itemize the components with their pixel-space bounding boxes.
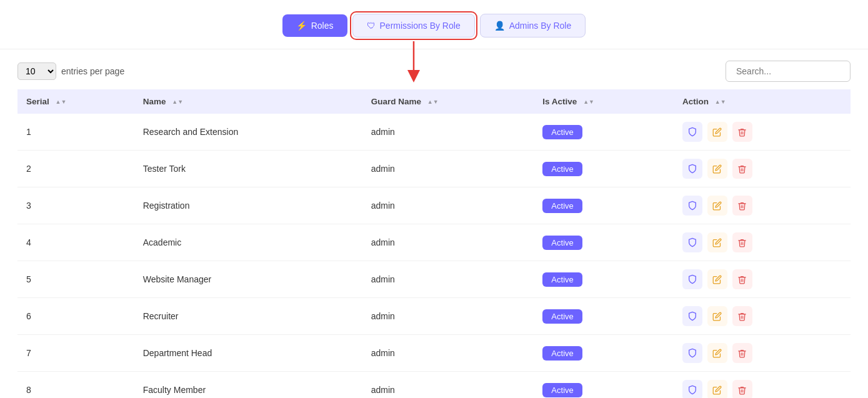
sort-arrows-serial[interactable]: ▲▼ [56,99,67,105]
permissions-icon: 🛡 [367,21,376,31]
table-row: 8 Faculty Member admin Active [17,372,851,399]
col-guard-name: Guard Name ▲▼ [362,89,534,114]
edit-icon [712,349,722,358]
edit-button-4[interactable] [707,269,727,289]
col-serial: Serial ▲▼ [17,89,134,114]
tab-permissions-by-role[interactable]: 🛡 Permissions By Role [352,14,475,37]
delete-icon [737,349,747,358]
cell-guard-2: admin [362,187,534,224]
cell-serial-7: 8 [17,372,134,399]
tab-roles[interactable]: ⚡ Roles [282,14,347,37]
cell-name-2: Registration [134,187,362,224]
sort-arrows-guard[interactable]: ▲▼ [427,99,439,105]
delete-button-5[interactable] [732,306,752,326]
cell-serial-1: 2 [17,151,134,187]
delete-button-2[interactable] [732,196,752,216]
cell-action-2 [674,187,851,224]
delete-icon [737,127,747,137]
action-buttons-7 [682,380,842,398]
cell-name-6: Department Head [134,335,362,372]
delete-icon [737,164,747,174]
status-badge: Active [542,309,582,324]
status-badge: Active [542,272,582,287]
cell-active-4: Active [534,261,674,298]
status-badge: Active [542,383,582,397]
cell-name-3: Academic [134,224,362,261]
col-action: Action ▲▼ [674,89,851,114]
status-badge: Active [542,125,582,139]
table-row: 4 Academic admin Active [17,224,851,261]
action-buttons-1 [682,159,842,179]
cell-name-5: Recruiter [134,298,362,335]
edit-button-3[interactable] [707,232,727,252]
shield-button-1[interactable] [682,159,702,179]
shield-button-3[interactable] [682,232,702,252]
cell-action-5 [674,298,851,335]
edit-icon [712,275,722,284]
action-buttons-0 [682,122,842,142]
delete-icon [737,386,747,395]
shield-button-0[interactable] [682,122,702,142]
table-row: 2 Tester Tork admin Active [17,151,851,187]
shield-button-7[interactable] [682,380,702,398]
permissions-highlight-box: 🛡 Permissions By Role [350,11,477,40]
edit-icon [712,164,722,174]
delete-icon [737,312,747,321]
edit-button-1[interactable] [707,159,727,179]
delete-button-6[interactable] [732,343,752,363]
shield-icon [687,237,697,247]
shield-icon [687,348,697,358]
cell-name-7: Faculty Member [134,372,362,399]
col-name: Name ▲▼ [134,89,362,114]
edit-button-0[interactable] [707,122,727,142]
cell-serial-3: 4 [17,224,134,261]
shield-button-5[interactable] [682,306,702,326]
sort-arrows-action[interactable]: ▲▼ [715,99,726,105]
delete-button-1[interactable] [732,159,752,179]
shield-icon [687,164,697,174]
cell-serial-0: 1 [17,114,134,151]
shield-button-4[interactable] [682,269,702,289]
status-badge: Active [542,199,582,213]
edit-button-6[interactable] [707,343,727,363]
status-badge: Active [542,236,582,250]
cell-name-4: Website Manager [134,261,362,298]
action-buttons-6 [682,343,842,363]
shield-icon [687,385,697,395]
cell-action-7 [674,372,851,399]
cell-guard-0: admin [362,114,534,151]
delete-icon [737,238,747,247]
shield-button-2[interactable] [682,196,702,216]
tab-permissions-label: Permissions By Role [380,21,461,31]
edit-button-5[interactable] [707,306,727,326]
status-badge: Active [542,162,582,176]
edit-button-2[interactable] [707,196,727,216]
delete-button-4[interactable] [732,269,752,289]
sort-arrows-active[interactable]: ▲▼ [583,99,594,105]
edit-icon [712,127,722,137]
sort-arrows-name[interactable]: ▲▼ [172,99,183,105]
action-buttons-4 [682,269,842,289]
shield-button-6[interactable] [682,343,702,363]
cell-serial-6: 7 [17,335,134,372]
delete-button-7[interactable] [732,380,752,398]
delete-button-0[interactable] [732,122,752,142]
tab-admins-label: Admins By Role [509,21,572,31]
tab-admins-by-role[interactable]: 👤 Admins By Role [480,14,586,37]
col-is-active: Is Active ▲▼ [534,89,674,114]
table-row: 1 Research and Extension admin Active [17,114,851,151]
shield-icon [687,311,697,321]
search-input[interactable] [726,61,851,82]
delete-button-3[interactable] [732,232,752,252]
edit-icon [712,386,722,395]
entries-per-page: 10 25 50 100 entries per page [17,62,124,80]
action-buttons-3 [682,232,842,252]
cell-name-1: Tester Tork [134,151,362,187]
entries-select[interactable]: 10 25 50 100 [17,62,56,80]
controls-row: 10 25 50 100 entries per page [0,49,868,89]
edit-button-7[interactable] [707,380,727,398]
cell-active-0: Active [534,114,674,151]
shield-icon [687,274,697,284]
cell-active-6: Active [534,335,674,372]
table-body: 1 Research and Extension admin Active [17,114,851,398]
